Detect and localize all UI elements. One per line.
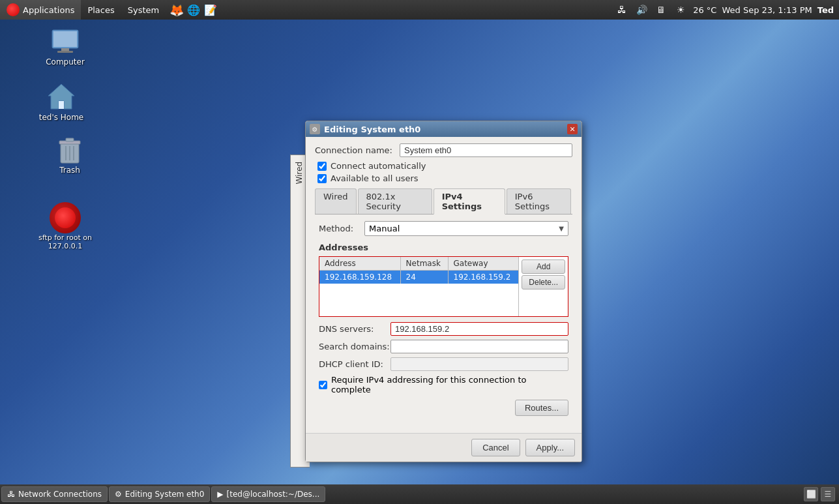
addresses-table-wrapper: Address Netmask Gateway 192.168.159.128 … [319,256,568,317]
terminal-label: [ted@localhost:~/Des... [227,490,320,499]
method-arrow-icon: ▼ [559,225,564,232]
apply-button[interactable]: Apply... [525,439,575,456]
address-empty-row [319,284,519,316]
available-users-checkbox[interactable] [317,174,327,183]
top-menus: Applications Places System 🦊 🌐 📝 [0,0,222,20]
add-button[interactable]: Add [522,259,565,274]
require-ipv4-row: Require IPv4 addressing for this connect… [319,375,568,394]
addresses-title: Addresses [319,243,568,252]
window-list-button[interactable]: ☰ [821,487,835,501]
sftp-label: sftp for root on 127.0.0.1 [36,233,95,250]
require-ipv4-checkbox[interactable] [319,381,327,389]
connect-auto-label: Connect automatically [331,161,426,171]
taskbar-bottom: 🖧 Network Connections ⚙ Editing System e… [0,484,839,504]
tab-ipv6[interactable]: IPv6 Settings [507,188,571,214]
weather-icon: ☀ [673,3,688,17]
trash-desktop-icon[interactable]: Trash [40,134,99,175]
connection-name-input[interactable] [400,143,572,157]
tab-8021x[interactable]: 802.1x Security [358,188,432,214]
connection-name-label: Connection name: [315,145,400,155]
cancel-button[interactable]: Cancel [471,439,520,456]
available-users-label: Available to all users [331,173,419,183]
dns-row: DNS servers: [319,322,568,336]
app-icon [7,3,20,16]
connect-auto-row: Connect automatically [315,161,572,171]
system-menu[interactable]: System [121,0,166,20]
desktop-show-button[interactable]: ⬜ [804,487,818,501]
display-icon: 🖥 [654,3,668,17]
editing-dialog: ⚙ Editing System eth0 ✕ Connection name:… [305,121,582,462]
dhcp-label: DHCP client ID: [319,359,390,369]
col-address: Address [319,257,400,271]
firefox-icon[interactable]: 🦊 [169,3,184,17]
computer-label: Computer [46,57,85,67]
taskbar-terminal[interactable]: ▶ [ted@localhost:~/Des... [211,486,325,502]
svg-rect-8 [66,138,74,141]
gateway-cell: 192.168.159.2 [448,271,519,284]
network-icon: 🖧 [615,3,629,17]
search-domains-label: Search domains: [319,342,390,351]
dns-input[interactable] [390,322,568,336]
method-label: Method: [319,224,364,233]
home-desktop-icon[interactable]: ted's Home [32,82,91,122]
dialog-titlebar: ⚙ Editing System eth0 ✕ [306,121,581,137]
svg-rect-2 [61,48,69,51]
method-value: Manual [369,224,400,233]
system-tray: 🖧 🔊 🖥 ☀ 26 °C Wed Sep 23, 1:13 PM Ted [615,3,839,17]
places-label: Places [87,5,114,15]
available-users-row: Available to all users [315,173,572,183]
svg-rect-5 [59,101,64,109]
delete-button[interactable]: Delete... [522,275,565,289]
trash-icon-image [54,134,85,166]
editor-icon[interactable]: 📝 [203,3,218,17]
dialog-close-button[interactable]: ✕ [567,124,578,134]
routes-button[interactable]: Routes... [515,400,568,416]
method-row: Method: Manual ▼ [319,221,568,236]
sftp-icon-image [50,202,81,233]
address-row-0[interactable]: 192.168.159.128 24 192.168.159.2 [319,271,519,284]
browser-icon2[interactable]: 🌐 [186,3,201,17]
addresses-table: Address Netmask Gateway 192.168.159.128 … [319,257,519,316]
address-cell: 192.168.159.128 [319,271,400,284]
ipv4-tab-content: Method: Manual ▼ Addresses Address Netma… [315,215,572,426]
places-menu[interactable]: Places [81,0,121,20]
home-label: ted's Home [39,113,84,122]
tab-wired[interactable]: Wired [315,188,357,214]
temperature: 26 °C [693,5,716,15]
dialog-footer: Cancel Apply... [306,433,581,462]
dialog-body: Connection name: Connect automatically A… [306,137,581,433]
applications-label: Applications [23,5,74,15]
volume-icon: 🔊 [634,3,649,17]
col-netmask: Netmask [400,257,448,271]
computer-desktop-icon[interactable]: Computer [36,26,95,67]
add-delete-buttons: Add Delete... [522,257,568,316]
taskbar-network-connections[interactable]: 🖧 Network Connections [1,486,108,502]
network-connections-icon: 🖧 [7,490,15,499]
col-gateway: Gateway [448,257,519,271]
network-connections-label: Network Connections [18,490,102,499]
terminal-icon: ▶ [217,490,223,499]
taskbar-bottom-right: ⬜ ☰ [804,487,838,501]
sftp-desktop-icon[interactable]: sftp for root on 127.0.0.1 [36,202,95,250]
connection-name-row: Connection name: [315,143,572,157]
applications-menu[interactable]: Applications [0,0,81,20]
dns-label: DNS servers: [319,324,390,334]
netmask-cell: 24 [400,271,448,284]
taskbar-editing-eth0[interactable]: ⚙ Editing System eth0 [109,486,210,502]
connect-auto-checkbox[interactable] [317,162,327,171]
tabs-container: Wired 802.1x Security IPv4 Settings IPv6… [315,188,572,215]
home-icon-image [46,82,77,113]
tab-ipv4[interactable]: IPv4 Settings [434,188,505,215]
computer-icon-image [50,26,81,57]
trash-label: Trash [59,166,80,175]
dhcp-row: DHCP client ID: [319,357,568,371]
editing-eth0-label: Editing System eth0 [125,490,205,499]
svg-rect-1 [53,31,77,47]
dialog-title: Editing System eth0 [324,125,567,134]
dialog-title-icon: ⚙ [310,124,320,134]
search-domains-input[interactable] [390,340,568,353]
method-select[interactable]: Manual ▼ [364,221,568,236]
dhcp-input[interactable] [390,357,568,371]
addresses-section: Addresses Address Netmask Gateway [319,243,568,317]
username: Ted [817,5,834,15]
